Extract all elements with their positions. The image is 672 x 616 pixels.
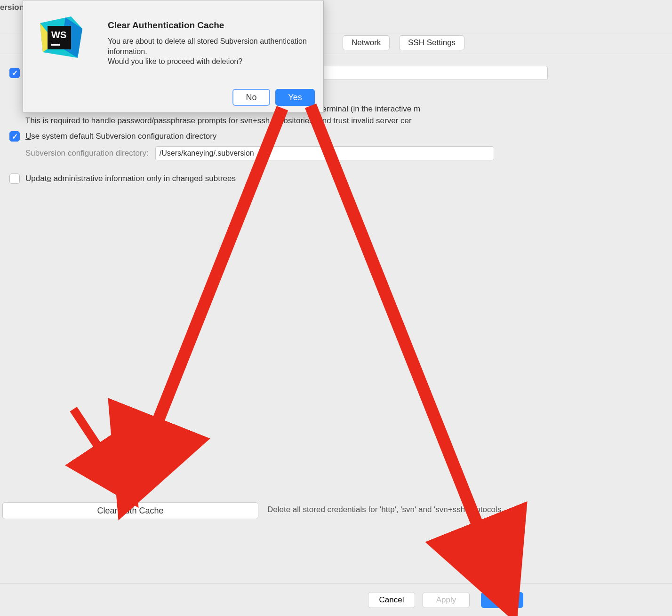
dialog-title: Clear Authentication Cache (108, 20, 224, 31)
webstorm-icon: WS (37, 15, 84, 62)
dialog-body-line1: You are about to delete all stored Subve… (108, 36, 309, 56)
label-use-default-dir: Use system default Subversion configurat… (25, 132, 216, 141)
svg-rect-5 (51, 44, 60, 46)
svg-line-8 (73, 409, 120, 480)
dialog-body: You are about to delete all stored Subve… (108, 36, 309, 67)
checkbox-use-default-dir[interactable] (9, 131, 20, 142)
label-update-admin: Update administrative information only i… (25, 174, 236, 183)
apply-button[interactable]: Apply (423, 592, 470, 608)
dialog-body-line2: Would you like to proceed with deletion? (108, 56, 309, 67)
clear-auth-cache-desc: Delete all stored credentials for 'http'… (267, 505, 501, 514)
ok-button[interactable]: OK (481, 592, 523, 608)
dialog-yes-button[interactable]: Yes (275, 89, 315, 106)
label-cfg-dir: Subversion configuration directory: (25, 149, 149, 158)
tab-network[interactable]: Network (343, 35, 390, 50)
svg-text:WS: WS (51, 30, 66, 40)
checkbox-update-admin[interactable] (9, 174, 20, 184)
clear-auth-cache-button[interactable]: Clear Auth Cache (2, 502, 258, 519)
input-cfg-dir[interactable] (155, 146, 494, 160)
dialog-no-button[interactable]: No (232, 89, 270, 106)
help-interactive-2: This is required to handle password/pass… (25, 115, 672, 127)
dialog-footer: Cancel Apply OK (0, 583, 672, 616)
cancel-button[interactable]: Cancel (368, 592, 415, 608)
checkbox-use-cli[interactable] (9, 68, 20, 78)
clear-auth-cache-dialog: WS Clear Authentication Cache You are ab… (23, 0, 324, 113)
tab-ssh-settings[interactable]: SSH Settings (399, 35, 464, 50)
